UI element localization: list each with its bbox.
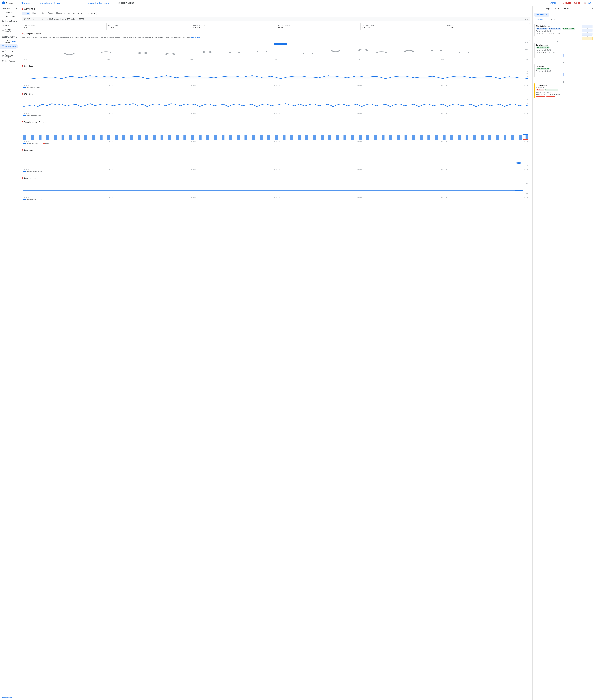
svg-point-106 — [515, 190, 522, 191]
rows-returned-chart-container: 50k 40k UTC+5:30 9:30 PM 10:00 PM 10:30 … — [22, 181, 530, 202]
key-icon — [2, 60, 4, 62]
badge-highest-row: Highest row count — [562, 28, 575, 30]
grid-icon — [2, 11, 4, 13]
learn-button[interactable]: 📖 LEARN — [583, 1, 593, 4]
sidebar-item-query[interactable]: Query — [0, 23, 18, 28]
svg-rect-71 — [306, 135, 308, 140]
plan-node-serialize-result: Serialize result Highest row count Rows … — [534, 43, 593, 58]
query-details-section: 1 Query details 10 hour 6 hours 1 day 7 … — [22, 8, 530, 62]
tab-7days[interactable]: 7 days — [46, 11, 54, 14]
connector-dot-2 — [563, 62, 564, 63]
stat-avg-rows-scanned: Avg. rows scanned 6,580,166 — [361, 23, 445, 30]
release-notes-link[interactable]: Release Notes — [0, 695, 19, 700]
learn-more-link[interactable]: Learn more — [191, 36, 200, 38]
collapse-db-icon[interactable]: ▲ — [16, 8, 18, 9]
node-3-bar2 — [546, 96, 555, 97]
time-selector-row: 10 hour 6 hours 1 day 7 days 30 days ✓ 3… — [22, 11, 530, 16]
copy-icon[interactable]: ⧉ — [525, 18, 526, 20]
tab-30days[interactable]: 30 days — [54, 11, 63, 14]
sidebar-item-label: Lock insights — [5, 50, 15, 52]
tab-compact[interactable]: COMPACT — [547, 18, 559, 22]
sidebar-item-lock-insights[interactable]: Lock insights — [0, 49, 18, 53]
stat-avg-cpu: Avg. CPU (ms) 1,968.93 — [107, 23, 191, 30]
sidebar-item-label: Import/Export — [5, 16, 15, 18]
sidebar-item-import-export[interactable]: Import/Export — [0, 14, 18, 19]
connector-dot-3 — [563, 81, 564, 83]
tab-expanded[interactable]: EXPANDED — [534, 18, 547, 22]
badge-highest-row-1: Highest row count — [536, 47, 549, 49]
svg-rect-43 — [92, 135, 95, 140]
main-content: All instances › INSTANCE example-instanc… — [19, 0, 595, 700]
svg-rect-95 — [488, 135, 491, 140]
connector-dot-1 — [557, 41, 558, 42]
stat-avg-latency: Avg. latency (ms) 1,970.25 — [191, 23, 276, 30]
lock-icon — [2, 50, 4, 52]
rows-returned-legend: Rows returned: 48.19k — [23, 199, 529, 200]
breadcrumb-instance-name[interactable]: example-instance: Overview — [40, 2, 60, 4]
sidebar-item-system-insights[interactable]: System insights NEW — [0, 38, 18, 44]
svg-rect-36 — [38, 135, 41, 140]
plan-node-2-badges: Highest row count — [536, 68, 592, 70]
query-plan-label: QUERY PLAN — [534, 13, 549, 17]
svg-rect-77 — [351, 135, 354, 140]
cpu-chart-area: 8s 4s 2s — [23, 98, 529, 112]
cpu-utilization-section: 6 CPU utilization 8s 4s 2s UTC+5:30 9: — [22, 93, 530, 118]
sidebar-item-key-visualizer[interactable]: Key Visualizer — [0, 59, 18, 63]
svg-point-21 — [138, 52, 147, 54]
svg-point-104 — [515, 163, 522, 164]
svg-rect-53 — [168, 135, 171, 140]
sidebar-item-overview[interactable]: Overview — [0, 10, 18, 14]
node-3-latency: Latency: 2.75 s — [536, 94, 546, 95]
node-3-bar1 — [536, 96, 545, 97]
node-1-cpu: CPU time: 20 ms — [548, 51, 560, 53]
chevron-down-icon: ▼ — [94, 13, 95, 14]
svg-rect-62 — [237, 135, 239, 140]
svg-rect-38 — [54, 135, 57, 140]
sidebar-item-label: System insights — [5, 39, 11, 43]
svg-rect-68 — [283, 135, 285, 140]
svg-rect-83 — [397, 135, 400, 140]
breadcrumb-db-name[interactable]: example-db-1: Query insights — [88, 2, 109, 4]
sidebar-item-label: Query — [5, 25, 10, 26]
expand-query-icon[interactable]: ⇅ — [527, 18, 528, 20]
nav-next-button[interactable]: → — [539, 7, 544, 10]
plan-node-1-badges: Highest row count — [536, 47, 592, 49]
legend-failed-icon — [41, 143, 45, 144]
expand-panel-icon[interactable]: ⤢ — [591, 8, 593, 10]
edit-icon: ✏ — [548, 2, 549, 4]
observability-section-label: OBSERVABILITY ▲ — [0, 35, 19, 38]
tab-6hours[interactable]: 6 hours — [30, 11, 39, 14]
delete-database-button[interactable]: 🗑 DELETE DATABASE — [561, 1, 581, 4]
content-area: 1 Query details 10 hour 6 hours 1 day 7 … — [19, 6, 595, 700]
svg-rect-84 — [404, 135, 407, 140]
active-time-tab[interactable]: 10 hour — [22, 12, 30, 15]
sample-query-title: Sample query: 3/1/23, 9:55 PM — [544, 8, 569, 10]
rows-returned-x-labels: UTC+5:30 9:30 PM 10:00 PM 10:30 PM 11:00… — [23, 196, 529, 198]
write-ddl-button[interactable]: ✏ WRITE DDL — [546, 1, 560, 4]
breadcrumb-fprint-value: #86542384074329B017 — [116, 2, 134, 4]
sidebar-item-query-insights[interactable]: Query insights — [0, 44, 18, 49]
rows-scanned-svg — [23, 154, 529, 168]
svg-rect-45 — [107, 135, 110, 140]
tab-1day[interactable]: 1 day — [39, 11, 46, 14]
svg-rect-69 — [290, 135, 293, 140]
rows-returned-section: 9 Rows returned 50k 40k UTC+5:30 9: — [22, 177, 530, 202]
svg-rect-65 — [260, 135, 262, 140]
sidebar-item-change-streams[interactable]: Change streams — [0, 28, 18, 33]
nav-prev-button[interactable]: ← — [534, 7, 539, 10]
svg-rect-60 — [222, 135, 224, 140]
collapse-obs-icon[interactable]: ▲ — [16, 36, 18, 38]
svg-rect-111 — [582, 33, 592, 36]
scatter-y-mid: 2.25s — [525, 49, 529, 50]
svg-rect-44 — [100, 135, 103, 140]
svg-point-27 — [303, 53, 313, 54]
date-range-picker[interactable]: ✓ 3/1/23, 8:43 PM - 3/2/23, 12:04 AM ▼ — [64, 12, 97, 15]
breadcrumb-all-instances[interactable]: All instances — [21, 2, 30, 4]
svg-rect-99 — [519, 135, 522, 140]
node-3-stats: Latency: 2.75 s CPU time: 2.75 s — [536, 94, 592, 95]
sidebar-item-transaction-insights[interactable]: Transaction insights — [0, 53, 18, 59]
sidebar-item-backup-restore[interactable]: Backup/Restore — [0, 19, 18, 23]
app-name: Spanner — [6, 2, 13, 4]
svg-rect-55 — [183, 135, 186, 140]
scatter-y-min: 1.50s — [525, 55, 529, 57]
